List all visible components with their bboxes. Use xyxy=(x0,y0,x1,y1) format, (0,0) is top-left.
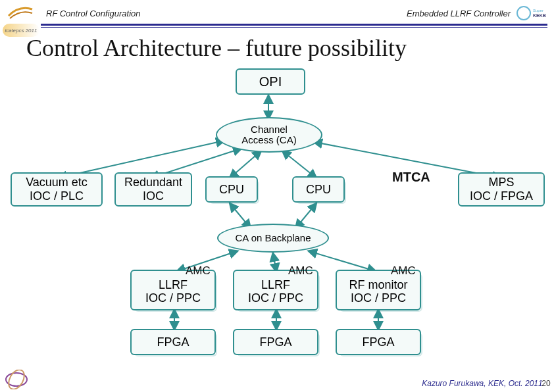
header-left-text: RF Control Configuration xyxy=(46,9,141,18)
svg-line-9 xyxy=(230,204,250,228)
svg-line-7 xyxy=(283,151,316,178)
label-mtca: MTCA xyxy=(392,170,430,185)
svg-line-6 xyxy=(230,151,261,178)
arrow-layer xyxy=(0,67,554,364)
node-channel-access: Channel Access (CA) xyxy=(216,117,322,153)
node-fpga-3: FPGA xyxy=(336,329,421,355)
label-amc-3: AMC xyxy=(391,264,416,278)
svg-point-0 xyxy=(517,7,530,20)
node-opi: OPI xyxy=(236,68,305,95)
footer-credit: Kazuro Furukawa, KEK, Oct. 2011. xyxy=(422,379,545,388)
svg-line-10 xyxy=(296,204,316,228)
kek-logo-icon: Super KEKB xyxy=(516,4,547,22)
footer-logo-icon xyxy=(4,370,29,389)
svg-line-12 xyxy=(273,254,276,271)
logo-icon xyxy=(7,4,34,22)
slide-header: RF Control Configuration Embedded LLRF C… xyxy=(0,0,554,24)
page-number: 20 xyxy=(537,379,554,388)
node-vacuum-ioc: Vacuum etc IOC / PLC xyxy=(11,172,103,207)
conference-badge: icalepcs 2011 xyxy=(3,24,39,37)
node-redundant-ioc: Redundant IOC xyxy=(114,172,192,207)
label-amc-1: AMC xyxy=(186,264,211,278)
node-fpga-1: FPGA xyxy=(130,329,216,355)
header-right-text: Embedded LLRF Controller xyxy=(407,9,511,18)
svg-text:Super: Super xyxy=(533,9,543,12)
node-mps: MPS IOC / FPGA xyxy=(458,172,545,207)
slide-title: Control Architecture – future possibilit… xyxy=(0,28,554,67)
header-right: Embedded LLRF Controller Super KEKB xyxy=(407,4,547,22)
svg-line-13 xyxy=(309,251,375,271)
node-ca-backplane: CA on Backplane xyxy=(217,224,329,253)
label-amc-2: AMC xyxy=(288,264,313,278)
node-cpu-2: CPU xyxy=(292,176,345,203)
node-cpu-1: CPU xyxy=(205,176,258,203)
header-rule-thick xyxy=(41,24,547,26)
svg-text:KEKB: KEKB xyxy=(533,13,546,18)
node-fpga-2: FPGA xyxy=(233,329,318,355)
diagram-canvas: OPI Channel Access (CA) Vacuum etc IOC /… xyxy=(0,67,554,364)
header-left: RF Control Configuration xyxy=(7,4,141,22)
